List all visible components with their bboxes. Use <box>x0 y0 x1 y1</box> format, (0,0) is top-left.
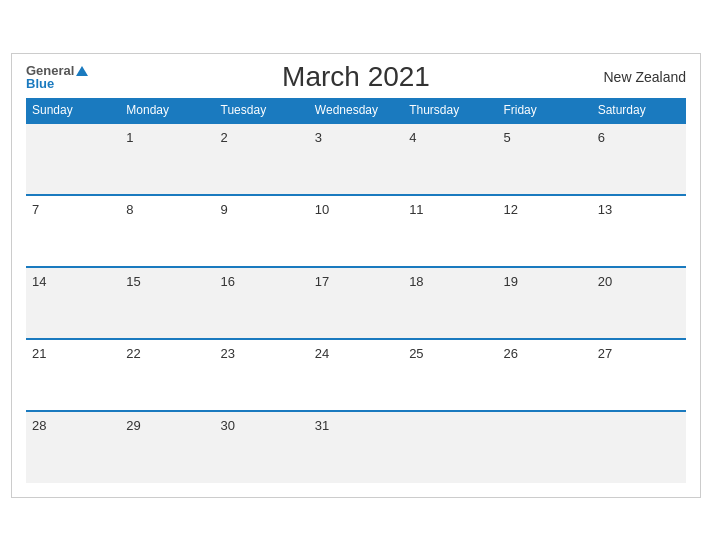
day-cell <box>403 411 497 483</box>
day-cell: 13 <box>592 195 686 267</box>
day-cell: 9 <box>215 195 309 267</box>
day-cell: 1 <box>120 123 214 195</box>
day-cell: 28 <box>26 411 120 483</box>
day-cell: 22 <box>120 339 214 411</box>
day-cell: 7 <box>26 195 120 267</box>
month-title: March 2021 <box>282 61 430 93</box>
day-header-tuesday: Tuesday <box>215 98 309 123</box>
day-header-friday: Friday <box>497 98 591 123</box>
logo-general-text: General <box>26 64 88 77</box>
logo-blue-text: Blue <box>26 77 88 90</box>
week-row-4: 21222324252627 <box>26 339 686 411</box>
day-cell <box>497 411 591 483</box>
day-header-monday: Monday <box>120 98 214 123</box>
day-cell: 15 <box>120 267 214 339</box>
day-cell: 18 <box>403 267 497 339</box>
calendar-header: General Blue March 2021 New Zealand <box>26 64 686 90</box>
day-cell: 26 <box>497 339 591 411</box>
day-header-wednesday: Wednesday <box>309 98 403 123</box>
day-cell: 6 <box>592 123 686 195</box>
day-header-saturday: Saturday <box>592 98 686 123</box>
day-cell: 24 <box>309 339 403 411</box>
week-row-3: 14151617181920 <box>26 267 686 339</box>
week-row-2: 78910111213 <box>26 195 686 267</box>
day-cell: 27 <box>592 339 686 411</box>
day-cell: 16 <box>215 267 309 339</box>
day-header-thursday: Thursday <box>403 98 497 123</box>
day-cell: 23 <box>215 339 309 411</box>
days-header-row: SundayMondayTuesdayWednesdayThursdayFrid… <box>26 98 686 123</box>
day-cell <box>26 123 120 195</box>
day-cell: 25 <box>403 339 497 411</box>
day-cell: 2 <box>215 123 309 195</box>
calendar-table: SundayMondayTuesdayWednesdayThursdayFrid… <box>26 98 686 483</box>
day-cell: 20 <box>592 267 686 339</box>
day-cell: 4 <box>403 123 497 195</box>
day-header-sunday: Sunday <box>26 98 120 123</box>
day-cell: 17 <box>309 267 403 339</box>
day-cell: 12 <box>497 195 591 267</box>
week-row-1: 123456 <box>26 123 686 195</box>
day-cell: 3 <box>309 123 403 195</box>
day-cell: 11 <box>403 195 497 267</box>
day-cell: 19 <box>497 267 591 339</box>
day-cell: 10 <box>309 195 403 267</box>
day-cell: 29 <box>120 411 214 483</box>
day-cell: 31 <box>309 411 403 483</box>
calendar-container: General Blue March 2021 New Zealand Sund… <box>11 53 701 498</box>
day-cell: 5 <box>497 123 591 195</box>
day-cell: 8 <box>120 195 214 267</box>
week-row-5: 28293031 <box>26 411 686 483</box>
day-cell: 30 <box>215 411 309 483</box>
day-cell: 14 <box>26 267 120 339</box>
logo-triangle-icon <box>76 66 88 76</box>
country-label: New Zealand <box>604 69 687 85</box>
day-cell: 21 <box>26 339 120 411</box>
logo: General Blue <box>26 64 88 90</box>
day-cell <box>592 411 686 483</box>
